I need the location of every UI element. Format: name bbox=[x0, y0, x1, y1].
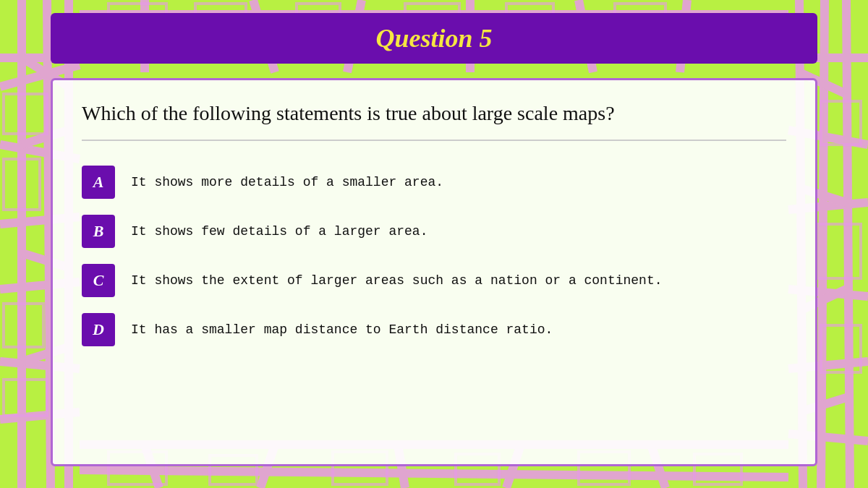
title-bar: Question 5 bbox=[51, 13, 817, 64]
option-label-a: A bbox=[82, 166, 115, 199]
question-text: Which of the following statements is tru… bbox=[82, 100, 786, 141]
option-row-d[interactable]: D It has a smaller map distance to Earth… bbox=[82, 313, 786, 346]
option-row-c[interactable]: C It shows the extent of larger areas su… bbox=[82, 264, 786, 297]
option-text-c: It shows the extent of larger areas such… bbox=[131, 272, 663, 290]
option-label-d: D bbox=[82, 313, 115, 346]
content-wrapper: Question 5 Which of the following statem… bbox=[0, 0, 868, 488]
option-label-c: C bbox=[82, 264, 115, 297]
option-text-d: It has a smaller map distance to Earth d… bbox=[131, 321, 553, 339]
option-row-b[interactable]: B It shows few details of a larger area. bbox=[82, 215, 786, 248]
options-list: A It shows more details of a smaller are… bbox=[82, 161, 786, 346]
option-row-a[interactable]: A It shows more details of a smaller are… bbox=[82, 166, 786, 199]
option-text-a: It shows more details of a smaller area. bbox=[131, 174, 443, 192]
option-text-b: It shows few details of a larger area. bbox=[131, 223, 427, 241]
question-title: Question 5 bbox=[375, 24, 492, 53]
question-card: Which of the following statements is tru… bbox=[51, 78, 817, 466]
option-label-b: B bbox=[82, 215, 115, 248]
